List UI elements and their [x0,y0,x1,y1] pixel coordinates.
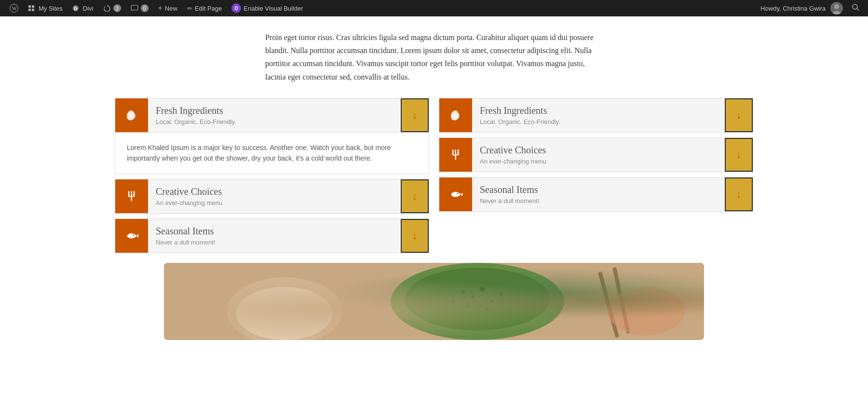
comments-count: 0 [141,4,149,12]
search-icon[interactable] [848,3,863,13]
seasonal-icon-box-left [115,219,148,253]
arrow-down-icon-left: ↓ [412,109,418,122]
edit-page-item[interactable]: ✏ Edit Page [182,0,227,16]
svg-point-25 [457,192,459,194]
new-label: New [165,5,177,12]
seasonal-title-right: Seasonal Items [480,184,717,195]
intro-text-block: Proin eget tortor risus. Cras ultricies … [256,31,612,83]
admin-bar: W My Sites D Divi 3 0 + New [0,0,868,16]
arrow-down-icon-creative-right: ↓ [736,149,742,161]
creative-subtitle-left: An ever-changing menu [156,199,393,206]
enable-visual-builder-item[interactable]: D Enable Visual Builder [227,0,308,16]
fish-icon-right [449,189,462,200]
arrow-down-icon-fresh-right: ↓ [736,109,742,122]
svg-rect-3 [32,5,34,8]
accordion-item-seasonal-right: Seasonal Items Never a dull moment! ↓ [439,177,753,212]
svg-point-12 [834,4,839,9]
seasonal-subtitle-left: Never a dull moment! [156,239,393,246]
fresh-content-left: Lorem Khaled Ipsum is a major key to suc… [115,132,429,174]
creative-icon-box-right [439,138,472,172]
seasonal-title-left: Seasonal Items [156,226,393,237]
svg-rect-24 [455,153,457,160]
fresh-subtitle-right: Local. Organic. Eco-Friendly. [480,118,717,125]
svg-rect-18 [134,191,135,197]
accordion-item-fresh-left: Fresh Ingredients Local. Organic. Eco-Fr… [115,98,429,174]
arrow-down-icon-seasonal-left: ↓ [412,230,418,242]
svg-rect-2 [28,5,31,8]
arrow-down-icon-creative-left: ↓ [412,190,418,203]
my-sites-label: My Sites [39,5,63,12]
fork-icon-right [449,149,462,161]
creative-title-left: Creative Choices [156,186,393,197]
fresh-title-right: Fresh Ingredients [480,105,717,116]
svg-rect-4 [28,9,31,11]
fresh-title-left: Fresh Ingredients [156,105,393,116]
fresh-title-area-left: Fresh Ingredients Local. Organic. Eco-Fr… [148,98,401,132]
page-content: Proin eget tortor risus. Cras ultricies … [0,0,868,340]
wp-logo-item[interactable]: W [5,0,23,16]
accordion-header-creative-left[interactable]: Creative Choices An ever-changing menu ↓ [115,179,429,213]
accordion-section: Fresh Ingredients Local. Organic. Eco-Fr… [0,98,868,253]
accordion-item-creative-right: Creative Choices An ever-changing menu ↓ [439,137,753,172]
updates-count: 3 [113,4,121,12]
svg-rect-5 [32,9,34,11]
creative-icon-box-left [115,179,148,213]
right-accordion-column: Fresh Ingredients Local. Organic. Eco-Fr… [434,98,758,253]
bottom-image [164,263,704,340]
my-sites-item[interactable]: My Sites [23,0,68,16]
accordion-header-seasonal-right[interactable]: Seasonal Items Never a dull moment! ↓ [439,177,753,211]
creative-arrow-right[interactable]: ↓ [725,138,753,172]
new-item[interactable]: + New [153,0,182,16]
fresh-arrow-right[interactable]: ↓ [725,98,753,132]
accordion-header-seasonal-left[interactable]: Seasonal Items Never a dull moment! ↓ [115,219,429,253]
creative-arrow-left[interactable]: ↓ [401,179,429,213]
user-greeting: Howdy, Christina Gwira [760,5,826,12]
accordion-header-creative-right[interactable]: Creative Choices An ever-changing menu ↓ [439,138,753,172]
seasonal-title-area-left: Seasonal Items Never a dull moment! [148,219,401,253]
pencil-icon: ✏ [187,5,192,12]
fresh-icon-box-left [115,98,148,132]
fresh-arrow-left[interactable]: ↓ [401,98,429,132]
edit-page-label: Edit Page [195,5,222,12]
creative-title-right: Creative Choices [480,145,717,156]
svg-text:D: D [74,6,77,11]
accordion-item-fresh-right: Fresh Ingredients Local. Organic. Eco-Fr… [439,98,753,133]
updates-item[interactable]: 3 [98,0,126,16]
fresh-icon-box-right [439,98,472,132]
svg-rect-23 [458,150,459,155]
seasonal-title-area-right: Seasonal Items Never a dull moment! [472,177,725,211]
seasonal-arrow-right[interactable]: ↓ [725,177,753,211]
leaf-icon-left [125,109,138,122]
left-accordion-column: Fresh Ingredients Local. Organic. Eco-Fr… [110,98,434,253]
svg-line-15 [857,9,859,11]
fresh-content-text-left: Lorem Khaled Ipsum is a major key to suc… [127,142,417,164]
fish-icon-left [125,231,138,241]
divi-label: Divi [83,5,94,12]
accordion-header-fresh-left[interactable]: Fresh Ingredients Local. Organic. Eco-Fr… [115,98,429,132]
fork-icon-left [125,190,138,203]
svg-marker-8 [104,6,106,9]
enable-visual-builder-label: Enable Visual Builder [244,5,303,12]
creative-subtitle-right: An ever-changing menu [480,158,717,165]
accordion-item-creative-left: Creative Choices An ever-changing menu ↓ [115,179,429,214]
svg-rect-19 [131,195,133,201]
creative-title-area-right: Creative Choices An ever-changing menu [472,138,725,172]
divi-circle-icon: D [231,3,241,13]
plus-icon: + [158,4,163,13]
svg-point-14 [853,4,857,9]
intro-paragraph: Proin eget tortor risus. Cras ultricies … [265,31,603,83]
divi-item[interactable]: D Divi [68,0,98,16]
svg-point-20 [133,234,135,235]
admin-bar-right: Howdy, Christina Gwira [760,2,863,14]
arrow-down-icon-seasonal-right: ↓ [736,188,742,201]
avatar[interactable] [830,2,843,14]
comments-item[interactable]: 0 [126,0,153,16]
seasonal-arrow-left[interactable]: ↓ [401,219,429,253]
seasonal-icon-box-right [439,177,472,211]
svg-rect-9 [131,5,138,10]
accordion-header-fresh-right[interactable]: Fresh Ingredients Local. Organic. Eco-Fr… [439,98,753,132]
accordion-item-seasonal-left: Seasonal Items Never a dull moment! ↓ [115,218,429,253]
svg-text:W: W [12,5,17,11]
fresh-title-area-right: Fresh Ingredients Local. Organic. Eco-Fr… [472,98,725,132]
fresh-subtitle-left: Local. Organic. Eco-Friendly. [156,118,393,125]
